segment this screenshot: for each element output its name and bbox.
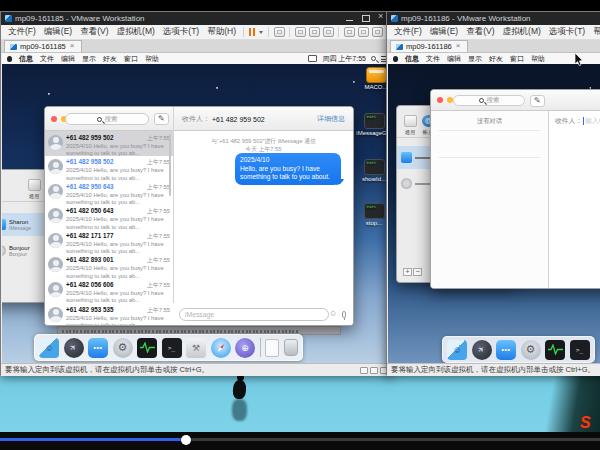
vm-tab-left[interactable]: mp09-161185 <box>4 40 82 52</box>
mac-menu-2[interactable]: 编辑 <box>447 54 461 64</box>
account-name: Sharon <box>9 219 28 225</box>
conversation-number: +61 482 959 502 <box>66 134 113 141</box>
mac-menu-4[interactable]: 好友 <box>489 54 503 64</box>
conversation-row[interactable]: +61 482 893 001上午7:552025/4/10 Hello, ar… <box>45 254 173 279</box>
preferences-dock-icon[interactable]: ⚙ <box>113 338 133 358</box>
conversation-row[interactable]: +61 482 958 502上午7:552025/4/10 Hello, ar… <box>45 156 173 181</box>
spotlight-icon[interactable] <box>371 56 376 61</box>
library-panel-icon[interactable] <box>344 27 355 37</box>
mac-menu-5[interactable]: 窗口 <box>510 54 524 64</box>
mac-menu-0[interactable]: 信息 <box>19 54 33 64</box>
conversation-row[interactable]: +61 482 056 606上午7:552025/4/10 Hello, ar… <box>45 279 173 304</box>
take-snapshot-icon[interactable] <box>295 27 306 37</box>
details-link[interactable]: 详细信息 <box>317 114 345 124</box>
terminal-dock-icon[interactable]: >_ <box>570 340 590 360</box>
seek-handle[interactable] <box>181 435 191 445</box>
activity-monitor-dock-icon[interactable] <box>137 338 157 358</box>
close-traffic-light[interactable] <box>437 97 443 103</box>
vm-menu-3[interactable]: 虚拟机(M) <box>499 26 545 38</box>
recipient-placeholder[interactable]: 输入收件人 <box>585 116 600 126</box>
vm-menu-4[interactable]: 选项卡(T) <box>159 26 203 38</box>
launchpad-dock-icon[interactable]: ✈ <box>472 340 492 360</box>
conversation-row[interactable]: +61 482 950 643上午7:552025/4/10 Hello, ar… <box>45 180 173 205</box>
compose-button[interactable] <box>154 113 169 125</box>
mac-menu-0[interactable]: 信息 <box>405 54 419 64</box>
preferences-general-icon[interactable] <box>404 115 417 127</box>
status-network-icon[interactable] <box>370 367 378 374</box>
conversation-number: +61 482 950 643 <box>66 183 113 190</box>
trash-dock-icon[interactable] <box>284 339 298 356</box>
ctrl-alt-del-icon[interactable] <box>274 27 285 37</box>
tab-close-icon[interactable] <box>455 43 462 51</box>
mac-menu-3[interactable]: 显示 <box>468 54 482 64</box>
mac-menu-1[interactable]: 文件 <box>40 54 54 64</box>
right-titlebar[interactable]: mp09-161186 - VMware Workstation <box>387 12 600 25</box>
mac-menu-1[interactable]: 文件 <box>426 54 440 64</box>
vm-menu-3[interactable]: 虚拟机(M) <box>113 26 159 38</box>
mac-menu-5[interactable]: 窗口 <box>124 54 138 64</box>
vm-menu-2[interactable]: 查看(V) <box>76 26 112 38</box>
compose-button[interactable] <box>530 95 545 107</box>
fullscreen-icon[interactable] <box>372 27 383 37</box>
seek-bar[interactable] <box>0 438 600 441</box>
conversation-row[interactable]: +61 482 959 502上午7:552025/4/10 Hello, ar… <box>45 131 173 156</box>
apple-menu-icon[interactable] <box>7 56 12 62</box>
vm-menu-1[interactable]: 编辑(E) <box>426 26 462 38</box>
search-field[interactable]: 搜索 <box>65 113 149 125</box>
mac-menu-2[interactable]: 编辑 <box>61 54 75 64</box>
input-source-icon[interactable] <box>308 55 317 62</box>
video-frame: S mp09-161185 - VMware Workstation 文件(F)… <box>0 0 600 450</box>
messages-dock-icon[interactable]: ••• <box>496 340 516 360</box>
terminal-dock-icon[interactable]: >_ <box>162 338 182 358</box>
network-dock-icon[interactable]: ⊕ <box>235 338 255 358</box>
menubar-clock[interactable]: 周四 上午7:55 <box>322 54 366 64</box>
vm-menu-0[interactable]: 文件(F) <box>390 26 426 38</box>
search-field[interactable]: 搜索 <box>453 95 525 106</box>
console-view-icon[interactable] <box>358 27 369 37</box>
conversation-row[interactable]: +61 482 953 535上午7:552025/4/10 Hello, ar… <box>45 303 173 325</box>
status-text: 要将输入定向到该虚拟机，请在虚拟机内部单击或按 Ctrl+G。 <box>5 365 209 375</box>
mac-menu-4[interactable]: 好友 <box>103 54 117 64</box>
vm-menu-1[interactable]: 编辑(E) <box>40 26 76 38</box>
conversation-row[interactable]: +61 482 050 643上午7:552025/4/10 Hello, ar… <box>45 205 173 230</box>
remove-account-button[interactable]: − <box>413 268 422 276</box>
finder-dock-icon[interactable]: ☺ <box>447 340 467 360</box>
suspend-button[interactable] <box>247 28 258 36</box>
vm-menu-5[interactable]: 帮助(H) <box>589 26 600 38</box>
safari-dock-icon[interactable] <box>211 338 231 358</box>
preferences-general-icon[interactable] <box>28 179 41 191</box>
list-scrollbar[interactable] <box>169 134 171 196</box>
revert-snapshot-icon[interactable] <box>309 27 320 37</box>
vm-menu-2[interactable]: 查看(V) <box>462 26 498 38</box>
close-traffic-light[interactable] <box>51 116 57 122</box>
vm-menu-4[interactable]: 选项卡(T) <box>545 26 589 38</box>
close-icon[interactable] <box>378 15 385 22</box>
minimize-icon[interactable] <box>346 15 353 22</box>
add-account-button[interactable]: + <box>403 268 412 276</box>
vm-tab-right[interactable]: mp09-161186 <box>390 40 468 52</box>
suspend-dropdown-icon[interactable] <box>259 31 263 34</box>
activity-monitor-dock-icon[interactable] <box>545 340 565 360</box>
mac-menu-6[interactable]: 帮助 <box>531 54 545 64</box>
mac-menu-6[interactable]: 帮助 <box>145 54 159 64</box>
status-devices-icon[interactable] <box>360 367 368 374</box>
apple-menu-icon[interactable] <box>393 56 398 62</box>
messages-dock-icon[interactable]: ••• <box>88 338 108 358</box>
tab-close-icon[interactable] <box>69 43 76 51</box>
microphone-icon[interactable] <box>342 311 346 318</box>
document-dock-icon[interactable] <box>265 339 279 357</box>
preferences-dock-icon[interactable]: ⚙ <box>521 340 541 360</box>
maximize-icon[interactable] <box>362 15 369 22</box>
utility-dock-icon[interactable]: ⚒ <box>186 338 206 358</box>
mac-menu-3[interactable]: 显示 <box>82 54 96 64</box>
vm-menu-0[interactable]: 文件(F) <box>4 26 40 38</box>
finder-dock-icon[interactable]: ☺ <box>39 338 59 358</box>
wallpaper-reflection <box>232 399 247 421</box>
manage-snapshots-icon[interactable] <box>323 27 334 37</box>
left-titlebar[interactable]: mp09-161185 - VMware Workstation <box>1 12 392 25</box>
conversation-time: 上午7:55 <box>145 256 170 265</box>
imessage-input[interactable]: iMessage <box>179 308 329 321</box>
launchpad-dock-icon[interactable]: ✈ <box>64 338 84 358</box>
conversation-row[interactable]: +61 482 171 177上午7:552025/4/10 Hello, ar… <box>45 229 173 254</box>
vm-menu-5[interactable]: 帮助(H) <box>203 26 240 38</box>
